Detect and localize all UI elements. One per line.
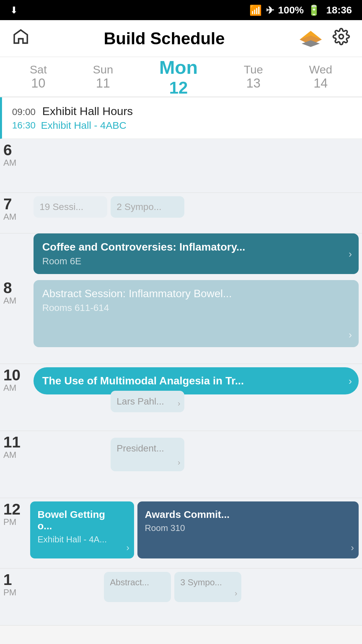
banner-title: Exhibit Hall Hours: [42, 105, 133, 118]
coffee-title: Coffee and Controversies: Inflamatory...: [42, 241, 339, 253]
banner-time-start: 09:00: [12, 107, 36, 117]
sympo3-card[interactable]: 3 Sympo... ›: [174, 572, 241, 602]
lars-label: Lars Pahl...: [117, 396, 164, 407]
battery-icon: 🔋: [308, 4, 320, 16]
time-slot-11am: President... ›: [30, 431, 362, 498]
president-arrow: ›: [178, 458, 180, 467]
sympo3-arrow: ›: [235, 589, 237, 598]
sympo-2-card[interactable]: 2 Sympo...: [111, 196, 184, 218]
clock: 18:36: [326, 4, 352, 16]
event-banner[interactable]: 09:00 Exhibit Hall Hours 16:30 Exhibit H…: [0, 97, 362, 139]
sessions-19-label: 19 Sessi...: [40, 202, 83, 212]
day-sat[interactable]: Sat 10: [23, 60, 54, 94]
abstract-arrow: ›: [349, 329, 352, 340]
abstract2-label: Abstract...: [110, 577, 149, 587]
calendar-grid: 6 AM 7 AM 19 Sessi... 2 Sympo... Coffee …: [0, 139, 362, 626]
time-label-10am: 10 AM: [0, 364, 30, 431]
time-slot-10am: The Use of Multimodal Analgesia in Tr...…: [30, 364, 362, 431]
settings-icon[interactable]: [333, 28, 350, 49]
day-tue[interactable]: Tue 13: [237, 60, 269, 94]
wifi-icon: 📶: [249, 4, 262, 16]
bowel-arrow: ›: [126, 542, 129, 553]
day-mon[interactable]: Mon 12: [153, 53, 204, 101]
svg-point-3: [339, 35, 343, 39]
multimodal-arrow: ›: [349, 375, 352, 387]
time-label-1pm: 1 PM: [0, 569, 30, 625]
coffee-arrow: ›: [349, 248, 352, 260]
time-row-6am: 6 AM: [0, 139, 362, 193]
lars-arrow: ›: [178, 399, 180, 408]
banner-location: Exhibit Hall - 4ABC: [41, 120, 126, 131]
time-row-12pm: 12 PM Bowel Getting o... Exhibit Hall - …: [0, 498, 362, 569]
time-label-12pm: 12 PM: [0, 498, 30, 568]
time-slot-8am: Abstract Session: Inflammatory Bowel... …: [30, 277, 362, 364]
page-title: Build Schedule: [104, 29, 225, 48]
home-icon[interactable]: [12, 28, 29, 49]
status-bar: ⬇ 📶 ✈ 100% 🔋 18:36: [0, 0, 362, 20]
president-card[interactable]: President... ›: [111, 438, 184, 471]
time-slot-7am: 19 Sessi... 2 Sympo...: [30, 193, 362, 233]
logo-icon: [299, 30, 322, 47]
time-row-11am: 11 AM President... ›: [0, 431, 362, 498]
time-slot-1pm: Abstract... 3 Sympo... ›: [30, 569, 362, 625]
abstract-title: Abstract Session: Inflammatory Bowel...: [42, 287, 339, 300]
time-slot-12pm: Bowel Getting o... Exhibit Hall - 4A... …: [30, 498, 362, 568]
bowel-location: Exhibit Hall - 4A...: [38, 534, 117, 545]
day-navigation: Sat 10 Sun 11 Mon 12 Tue 13 Wed 14: [0, 57, 362, 97]
time-row-10am: 10 AM The Use of Multimodal Analgesia in…: [0, 364, 362, 431]
day-wed[interactable]: Wed 14: [302, 60, 339, 94]
awards-card[interactable]: Awards Commit... Room 310 ›: [137, 501, 359, 558]
awards-arrow: ›: [351, 542, 354, 553]
battery-level: 100%: [278, 4, 304, 16]
time-label-7am: 7 AM: [0, 193, 30, 233]
time-label-8am: 8 AM: [0, 277, 30, 364]
time-slot-6am: [30, 139, 362, 193]
sympo3-label: 3 Sympo...: [180, 577, 222, 587]
combined-7-9am: Coffee and Controversies: Inflamatory...…: [0, 233, 362, 364]
download-icon: ⬇: [10, 5, 18, 16]
time-label-6am: 6 AM: [0, 139, 30, 193]
time-row-8am-inner: 8 AM Abstract Session: Inflammatory Bowe…: [0, 277, 362, 364]
abstract-location: Rooms 611-614: [42, 303, 339, 313]
header: Build Schedule: [0, 20, 362, 57]
multimodal-title: The Use of Multimodal Analgesia in Tr...: [42, 375, 244, 387]
day-sun[interactable]: Sun 11: [86, 60, 120, 94]
sympo-2-label: 2 Sympo...: [117, 202, 162, 212]
abstract-session-card[interactable]: Abstract Session: Inflammatory Bowel... …: [34, 280, 359, 347]
time-row-7am: 7 AM 19 Sessi... 2 Sympo...: [0, 193, 362, 233]
time-row-1pm: 1 PM Abstract... 3 Sympo... ›: [0, 569, 362, 626]
coffee-location: Room 6E: [42, 256, 339, 267]
banner-time-end: 16:30: [12, 120, 36, 131]
multimodal-card[interactable]: The Use of Multimodal Analgesia in Tr...…: [34, 367, 359, 394]
president-label: President...: [117, 443, 164, 453]
lars-card[interactable]: Lars Pahl... ›: [111, 391, 184, 412]
time-label-11am: 11 AM: [0, 431, 30, 498]
sessions-19-card[interactable]: 19 Sessi...: [34, 196, 107, 218]
coffee-controversies-card[interactable]: Coffee and Controversies: Inflamatory...…: [34, 233, 359, 274]
abstract2-card[interactable]: Abstract...: [104, 572, 171, 602]
bowel-title: Bowel Getting o...: [38, 509, 117, 532]
bowel-card[interactable]: Bowel Getting o... Exhibit Hall - 4A... …: [30, 501, 134, 558]
airplane-icon: ✈: [266, 4, 274, 16]
awards-location: Room 310: [145, 523, 342, 533]
awards-title: Awards Commit...: [145, 509, 342, 520]
